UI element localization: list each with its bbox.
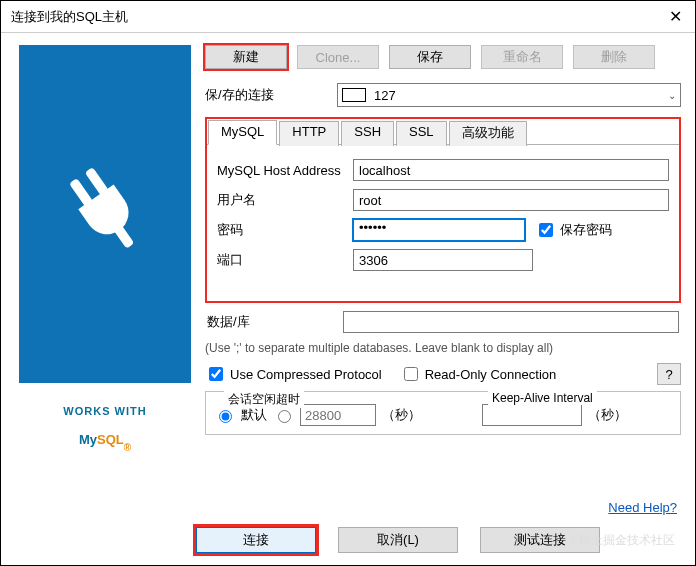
database-label: 数据/库: [207, 313, 343, 331]
idle-seconds-input[interactable]: [300, 404, 376, 426]
password-label: 密码: [217, 221, 353, 239]
keepalive-title: Keep-Alive Interval: [488, 391, 597, 405]
chevron-down-icon: ⌄: [668, 90, 676, 101]
keepalive-input[interactable]: [482, 404, 582, 426]
plug-icon: [45, 154, 165, 274]
need-help-link[interactable]: Need Help?: [608, 500, 677, 515]
rename-button: 重命名: [481, 45, 563, 69]
idle-timeout-title: 会话空闲超时: [224, 391, 304, 408]
user-label: 用户名: [217, 191, 353, 209]
port-label: 端口: [217, 251, 353, 269]
save-button[interactable]: 保存: [389, 45, 471, 69]
window-title: 连接到我的SQL主机: [11, 8, 128, 26]
saved-connection-label: 保/存的连接: [205, 86, 337, 104]
port-input[interactable]: [353, 249, 533, 271]
saved-connection-select[interactable]: 127 ⌄: [337, 83, 681, 107]
host-label: MySQL Host Address: [217, 163, 353, 178]
tab-ssl[interactable]: SSL: [396, 121, 447, 146]
user-input[interactable]: [353, 189, 669, 211]
test-connection-button[interactable]: 测试连接: [480, 527, 600, 553]
tab-ssh[interactable]: SSH: [341, 121, 394, 146]
delete-button: 删除: [573, 45, 655, 69]
connection-color-swatch: [342, 88, 366, 102]
tab-mysql[interactable]: MySQL: [208, 120, 277, 145]
tab-advanced[interactable]: 高级功能: [449, 121, 527, 146]
password-input[interactable]: ••••••: [353, 219, 525, 241]
app-logo-panel: [19, 45, 191, 383]
help-button[interactable]: ?: [657, 363, 681, 385]
clone-button: Clone...: [297, 45, 379, 69]
host-input[interactable]: [353, 159, 669, 181]
close-button[interactable]: ✕: [655, 1, 695, 33]
cancel-button[interactable]: 取消(L): [338, 527, 458, 553]
connect-button[interactable]: 连接: [196, 527, 316, 553]
mysql-logo: WORKS WITH MySQL®: [19, 385, 191, 473]
readonly-checkbox[interactable]: Read-Only Connection: [400, 364, 557, 384]
database-input[interactable]: [343, 311, 679, 333]
new-button[interactable]: 新建: [205, 45, 287, 69]
idle-default-radio[interactable]: 默认: [214, 406, 267, 424]
database-hint: (Use ';' to separate multiple databases.…: [205, 341, 681, 355]
save-password-checkbox[interactable]: 保存密码: [535, 220, 612, 240]
tab-http[interactable]: HTTP: [279, 121, 339, 146]
compressed-checkbox[interactable]: Use Compressed Protocol: [205, 364, 382, 384]
idle-custom-radio[interactable]: [273, 407, 294, 423]
